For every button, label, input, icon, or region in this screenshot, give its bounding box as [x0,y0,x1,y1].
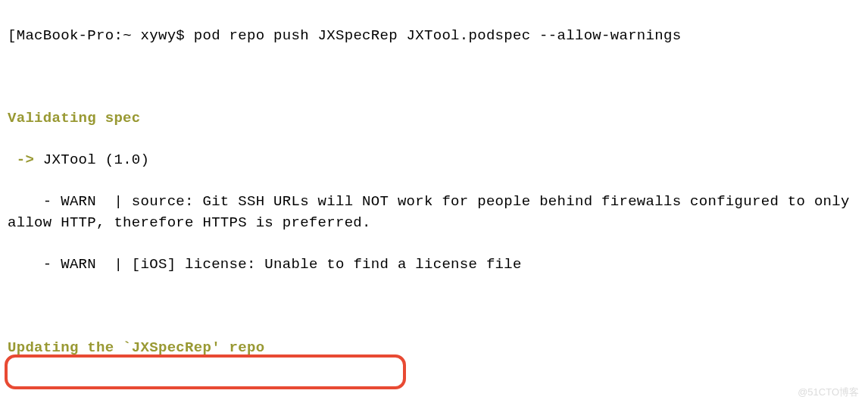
spec-version: JXTool (1.0) [43,151,149,168]
warn-prefix-1: - WARN | [8,193,132,210]
bracket-open: [ [8,27,17,44]
warn-prefix-2: - WARN | [8,256,132,273]
spec-line: -> JXTool (1.0) [8,150,860,171]
prompt-host: MacBook-Pro:~ xywy$ [17,27,185,44]
blank [8,67,860,88]
arrow-icon: -> [8,151,43,168]
prompt-line: [MacBook-Pro:~ xywy$ pod repo push JXSpe… [8,26,860,47]
warn-line-1: - WARN | source: Git SSH URLs will NOT w… [8,192,860,233]
watermark-text: @51CTO博客 [798,386,859,400]
warn-text-1: source: Git SSH URLs will NOT work for p… [8,193,858,231]
blank [8,379,860,400]
warn-text-2: [iOS] license: Unable to find a license … [132,256,522,273]
section-validating: Validating spec [8,108,860,130]
section-updating: Updating the `JXSpecRep' repo [8,338,860,359]
command-text: pod repo push JXSpecRep JXTool.podspec -… [185,27,681,44]
terminal-output[interactable]: [MacBook-Pro:~ xywy$ pod repo push JXSpe… [8,5,860,406]
warn-line-2: - WARN | [iOS] license: Unable to find a… [8,255,860,276]
blank [8,296,860,317]
